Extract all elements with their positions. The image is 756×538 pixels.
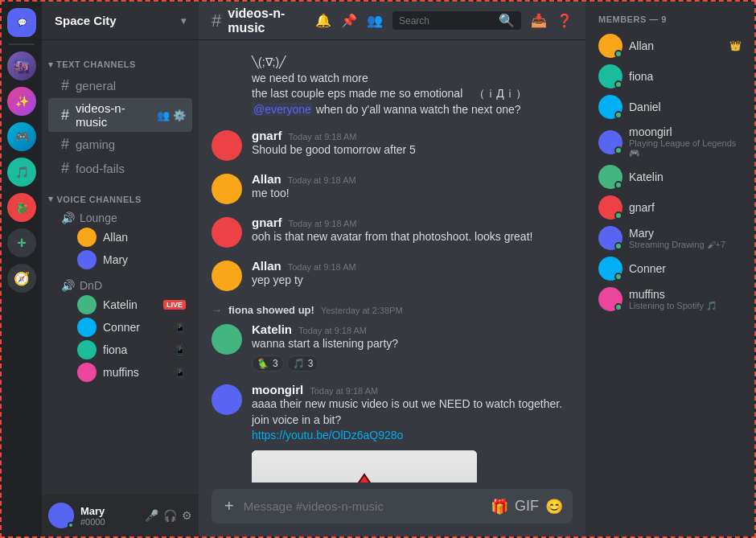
- search-bar[interactable]: 🔍: [392, 11, 521, 30]
- message-content: Allan Today at 9:18 AM me too!: [252, 172, 573, 204]
- members-icon[interactable]: 👥: [367, 13, 383, 28]
- notification-bell-icon[interactable]: 🔔: [315, 13, 331, 28]
- message-author: moongirl: [252, 383, 303, 396]
- message-text: @everyone when do y'all wanna watch the …: [252, 102, 573, 118]
- search-icon: 🔍: [499, 13, 515, 28]
- message-time: Today at 9:18 AM: [298, 326, 367, 335]
- message-text: ooh is that new avatar from that photosh…: [252, 229, 573, 245]
- member-info: Mary Streaming Drawing 🖌+7: [629, 227, 742, 249]
- video-embed[interactable]: BEAK: [252, 450, 477, 483]
- user-panel-icons: 🎤 🎧 ⚙: [145, 509, 192, 522]
- text-channels-category[interactable]: ▾ TEXT CHANNELS: [42, 47, 199, 73]
- channel-hash-icon: #: [212, 10, 221, 31]
- server-name-header[interactable]: Space City ▾: [42, 2, 199, 40]
- member-info: Katelin: [629, 170, 742, 183]
- member-item-mary[interactable]: Mary Streaming Drawing 🖌+7: [592, 223, 748, 253]
- search-input[interactable]: [399, 15, 495, 27]
- channel-item-food-fails[interactable]: # food-fails: [48, 157, 192, 180]
- member-item-daniel[interactable]: Daniel: [592, 92, 748, 122]
- member-item-gnarf[interactable]: gnarf: [592, 192, 748, 223]
- video-link[interactable]: https://youtu.be/OlDz6aQ928o: [252, 429, 403, 441]
- speaker-icon: 🔊: [61, 279, 75, 292]
- server-icon-1[interactable]: 🌆: [7, 51, 36, 80]
- message-link-text: https://youtu.be/OlDz6aQ928o: [252, 428, 573, 444]
- member-item-moongirl[interactable]: moongirl Playing League of Legends 🎮: [592, 122, 748, 162]
- voice-member-avatar: [77, 340, 97, 359]
- message-author: gnarf: [252, 129, 282, 142]
- headphone-icon[interactable]: 🎧: [163, 509, 177, 522]
- inbox-icon[interactable]: 📥: [531, 13, 547, 28]
- gift-icon[interactable]: 🎁: [491, 498, 508, 515]
- member-info: Conner: [629, 262, 742, 275]
- server-icon-5[interactable]: 🐉: [7, 193, 36, 222]
- channel-name-header: videos-n-music: [228, 6, 309, 35]
- table-row: moongirl Today at 9:18 AM aaaa their new…: [212, 381, 573, 483]
- reactions: 🦜3 🎵3: [252, 355, 573, 372]
- table-row: Allan Today at 9:18 AM me too!: [212, 170, 573, 206]
- message-author: Katelin: [252, 322, 292, 336]
- voice-channel-lounge[interactable]: 🔊 Lounge Allan Mary: [48, 208, 192, 273]
- add-file-button[interactable]: +: [221, 489, 237, 524]
- member-item-muffins[interactable]: muffins Listening to Spotify 🎵: [592, 284, 748, 314]
- message-input[interactable]: [244, 491, 484, 521]
- message-text: aaaa their new music video is out we NEE…: [252, 396, 573, 428]
- server-icon-2[interactable]: ✨: [7, 87, 36, 116]
- member-item-conner[interactable]: Conner: [592, 253, 748, 284]
- server-icon-4[interactable]: 🎵: [7, 158, 36, 187]
- message-text: wanna start a listening party?: [252, 336, 573, 352]
- mention-everyone: @everyone: [252, 103, 313, 116]
- channel-item-general[interactable]: # general: [48, 74, 192, 97]
- crown-icon: 👑: [729, 40, 742, 51]
- voice-icons: 📱: [175, 322, 186, 333]
- member-item-katelin[interactable]: Katelin: [592, 162, 748, 192]
- status-online-dot: [614, 181, 622, 189]
- member-info: Allan 👑: [629, 39, 742, 52]
- message-content: gnarf Today at 9:18 AM Should be good to…: [252, 129, 573, 161]
- member-item-fiona[interactable]: fiona: [592, 61, 748, 92]
- server-icon-main[interactable]: 💬: [7, 8, 36, 37]
- reaction-2[interactable]: 🎵3: [287, 355, 319, 372]
- explore-button[interactable]: 🧭: [7, 264, 36, 293]
- message-avatar: [212, 217, 242, 248]
- emoji-icon[interactable]: 😊: [545, 498, 563, 515]
- gear-icon[interactable]: ⚙️: [173, 109, 186, 121]
- channel-item-gaming[interactable]: # gaming: [48, 133, 192, 156]
- help-icon[interactable]: ❓: [557, 13, 573, 28]
- message-avatar-spacer: [212, 55, 242, 117]
- voice-member-fiona: fiona 📱: [61, 339, 186, 361]
- member-avatar: [598, 257, 622, 281]
- beak-logo-svg: BEAK: [252, 450, 477, 483]
- status-online-dot: [614, 80, 622, 88]
- main-chat: # videos-n-music 🔔 📌 👥 🔍 📥 ❓ ╲(;∇;)╱: [199, 2, 585, 536]
- message-time: Today at 9:18 AM: [310, 386, 378, 396]
- voice-icons: 📱: [175, 368, 186, 378]
- message-header: Allan Today at 9:18 AM: [252, 259, 573, 273]
- member-avatar: [598, 34, 622, 58]
- gif-icon[interactable]: GIF: [515, 498, 539, 515]
- member-name: fiona: [629, 70, 653, 83]
- microphone-icon[interactable]: 🎤: [145, 509, 158, 522]
- message-avatar: [212, 174, 242, 204]
- settings-icon[interactable]: ⚙: [182, 509, 192, 522]
- hash-icon: #: [61, 160, 69, 177]
- server-icon-3[interactable]: 🎮: [7, 122, 36, 151]
- message-time: Today at 9:18 AM: [289, 219, 357, 228]
- member-item-allan[interactable]: Allan 👑: [592, 31, 748, 61]
- message-time: Today at 9:18 AM: [288, 175, 356, 185]
- voice-channels-category[interactable]: ▾ VOICE CHANNELS: [42, 181, 199, 207]
- member-info: Daniel: [629, 101, 742, 113]
- member-avatar: [598, 226, 622, 250]
- member-name: Mary: [629, 227, 654, 240]
- voice-member-avatar: [77, 228, 97, 247]
- voice-member-avatar: [77, 250, 97, 269]
- channel-item-videos-n-music[interactable]: # videos-n-music 👥 ⚙️: [48, 98, 192, 132]
- pin-icon[interactable]: 📌: [341, 13, 357, 28]
- reaction-1[interactable]: 🦜3: [252, 355, 284, 372]
- status-online-dot: [614, 212, 622, 220]
- message-time: Today at 9:18 AM: [288, 262, 356, 272]
- message-content: ╲(;∇;)╱ we need to watch more the last c…: [252, 55, 573, 117]
- add-server-button[interactable]: +: [7, 228, 36, 257]
- settings-icon[interactable]: 👥: [157, 109, 170, 121]
- hash-icon: #: [61, 77, 69, 94]
- voice-channel-dnd[interactable]: 🔊 DnD Katelin LIVE Conner 📱 fiona 📱: [48, 276, 192, 385]
